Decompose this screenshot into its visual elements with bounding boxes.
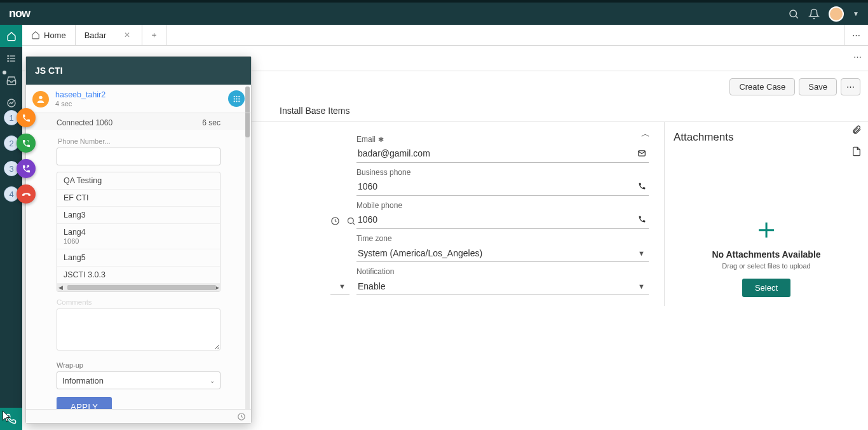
attachments-empty-title: No Attachments Available [674, 249, 859, 260]
dialpad-icon[interactable] [228, 90, 245, 107]
subbar-overflow-icon[interactable]: ⋯ [853, 52, 862, 62]
more-actions-button[interactable]: ⋯ [841, 78, 860, 95]
scroll-left-icon[interactable]: ◀ [57, 284, 64, 291]
tab-home[interactable]: Home [22, 25, 76, 45]
wrapup-label: Wrap-up [57, 361, 220, 369]
chevron-down-icon: ▼ [638, 282, 645, 290]
chevron-down-icon: ⌄ [210, 377, 215, 384]
notification-label: Notification [356, 267, 649, 276]
svg-point-22 [238, 101, 240, 102]
answer-button[interactable]: ? [17, 134, 36, 153]
connected-time: 6 sec [202, 118, 220, 127]
mobile-phone-label: Mobile phone [356, 201, 649, 210]
list-item[interactable]: JSCTI 3.0.3 [57, 267, 220, 284]
list-item[interactable]: QA Testing [57, 172, 220, 190]
phone-icon[interactable] [638, 215, 646, 223]
phone-number-input[interactable] [57, 148, 220, 165]
hangup-button[interactable] [17, 184, 36, 204]
transfer-button[interactable] [17, 159, 36, 178]
notification-select[interactable]: Enable ▼ [356, 277, 649, 295]
svg-point-20 [233, 101, 234, 102]
rail-inbox-icon[interactable] [0, 69, 22, 92]
create-case-button[interactable]: Create Case [729, 78, 795, 95]
search-icon[interactable] [788, 8, 799, 20]
svg-point-19 [238, 98, 240, 99]
comments-label: Comments [57, 298, 220, 306]
chevron-down-icon: ▼ [339, 282, 346, 290]
svg-point-15 [236, 95, 237, 97]
svg-point-6 [8, 58, 8, 59]
svg-point-13 [39, 95, 42, 99]
rail-list-icon[interactable] [0, 47, 22, 69]
svg-point-14 [233, 95, 234, 97]
clock-icon[interactable] [330, 216, 340, 226]
tab-close-icon[interactable]: ✕ [124, 31, 130, 39]
mail-icon[interactable] [637, 149, 646, 158]
list-item[interactable]: Lang5 [57, 249, 220, 267]
hold-button[interactable] [17, 108, 36, 127]
svg-point-16 [238, 95, 240, 97]
tab-record[interactable]: Badar ✕ [76, 25, 142, 45]
home-icon [31, 31, 40, 39]
svg-text:?: ? [27, 139, 29, 142]
add-attachment-icon[interactable]: ＋ [674, 214, 859, 243]
svg-point-18 [236, 98, 237, 99]
attachments-title: Attachments [674, 131, 859, 144]
form-tab-install-base[interactable]: Install Base Items [280, 106, 350, 116]
apply-button[interactable]: APPLY [57, 397, 112, 409]
logo: now [9, 7, 30, 20]
svg-line-1 [796, 16, 798, 18]
avatar[interactable] [829, 6, 844, 22]
svg-point-7 [8, 60, 8, 61]
collapse-section-icon[interactable]: ︿ [641, 128, 650, 140]
tab-overflow[interactable]: ⋯ [844, 25, 868, 45]
plus-icon: ＋ [150, 29, 158, 41]
attachments-empty-sub: Drag or select files to upload [674, 262, 859, 270]
tab-home-label: Home [44, 31, 66, 40]
phone-icon[interactable] [638, 182, 646, 190]
caller-avatar-icon [32, 91, 49, 108]
email-label: Email✱ [356, 135, 649, 144]
timezone-label: Time zone [356, 234, 649, 243]
list-item[interactable]: Lang3 [57, 207, 220, 224]
chevron-down-icon: ▼ [638, 249, 645, 257]
contacts-list: QA Testing EF CTI Lang3 Lang41060 Lang5 … [57, 172, 220, 292]
comments-input[interactable] [57, 309, 220, 350]
rail-home-icon[interactable] [0, 25, 22, 47]
paperclip-icon[interactable] [851, 125, 862, 135]
list-item[interactable]: EF CTI [57, 190, 220, 207]
tab-add[interactable]: ＋ [142, 25, 166, 45]
svg-point-5 [8, 55, 8, 56]
caret-down-icon[interactable]: ▼ [853, 10, 859, 17]
tab-record-label: Badar [85, 31, 107, 40]
connected-status: Connected 1060 [57, 118, 112, 127]
cti-scrollbar[interactable] [245, 87, 250, 409]
business-phone-field[interactable] [356, 180, 649, 194]
svg-point-17 [233, 98, 234, 99]
bell-icon[interactable] [808, 8, 820, 20]
rail-phone-icon[interactable] [0, 408, 22, 430]
cti-panel: JS CTI haseeb_tahir2 4 sec Connected 106… [25, 56, 252, 424]
select-attachment-button[interactable]: Select [742, 279, 790, 297]
hidden-left-select[interactable]: ▼ [330, 277, 349, 295]
svg-point-0 [790, 10, 797, 17]
business-phone-label: Business phone [356, 168, 649, 177]
timezone-select[interactable]: System (America/Los_Angeles) ▼ [356, 244, 649, 262]
save-button[interactable]: Save [799, 78, 837, 95]
caller-name-link[interactable]: haseeb_tahir2 [55, 90, 105, 99]
svg-line-11 [353, 223, 355, 225]
email-field[interactable] [356, 147, 649, 161]
phone-number-label: Phone Number... [58, 137, 220, 145]
clock-icon[interactable] [237, 412, 246, 421]
list-item[interactable]: Lang41060 [57, 224, 220, 249]
lookup-search-icon[interactable] [346, 216, 356, 226]
cti-header: JS CTI [26, 57, 251, 85]
svg-point-10 [348, 218, 354, 224]
mobile-phone-field[interactable] [356, 213, 649, 227]
wrapup-select[interactable]: Information ⌄ [57, 371, 220, 389]
contacts-hscroll[interactable]: ◀ ▶ [57, 284, 220, 291]
caller-duration: 4 sec [55, 100, 105, 108]
svg-point-21 [236, 101, 237, 102]
document-icon[interactable] [851, 146, 862, 156]
